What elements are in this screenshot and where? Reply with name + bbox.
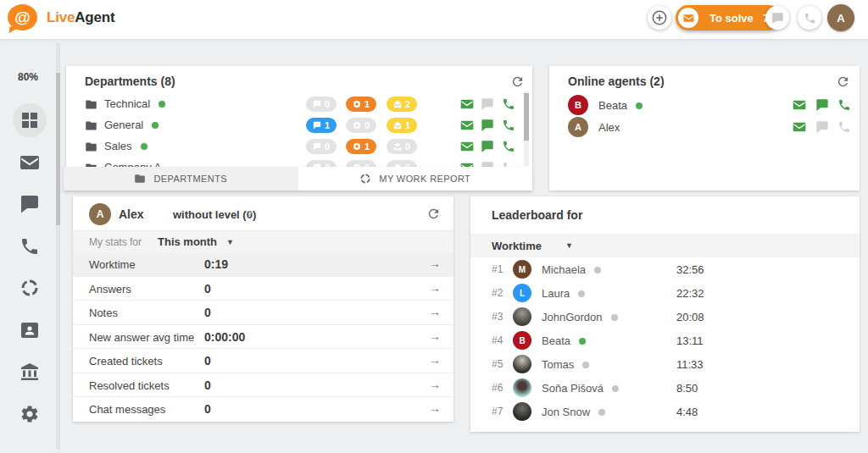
sidebar-item-settings[interactable]	[19, 404, 40, 424]
phone-icon[interactable]	[837, 120, 851, 134]
avatar: B	[568, 95, 588, 115]
stat-row[interactable]: New answer avg time 0:00:00 →	[73, 325, 453, 349]
refresh-button[interactable]	[510, 75, 525, 89]
online-agents-title: Online agents (2)	[568, 75, 665, 88]
folder-icon	[134, 173, 146, 185]
worktime-value: 8:50	[676, 382, 698, 395]
arrow-right-icon[interactable]: →	[429, 329, 441, 343]
add-button[interactable]	[648, 6, 671, 30]
help-icon[interactable]: ?	[246, 208, 252, 221]
liveagent-dashboard: @ LiveAgent To solve 7 A 80%	[0, 0, 868, 453]
offline-dot	[598, 409, 605, 416]
calls-badge: 1	[346, 139, 376, 154]
user-avatar[interactable]: A	[827, 4, 854, 31]
leaderboard-row[interactable]: #1 M Michaela 32:56	[470, 257, 860, 281]
departments-title: Departments (8)	[85, 75, 175, 88]
worktime-value: 4:48	[676, 406, 698, 418]
calls-badge: 0	[346, 160, 376, 167]
arrow-right-icon[interactable]: →	[429, 305, 441, 318]
sidebar-item-calls[interactable]	[19, 236, 40, 257]
sidebar-item-contacts[interactable]	[19, 320, 40, 340]
sidebar-item-billing[interactable]	[19, 362, 40, 382]
departments-scrollbar[interactable]	[524, 91, 529, 166]
arrow-right-icon[interactable]: →	[429, 353, 441, 367]
phone-icon[interactable]	[502, 119, 515, 132]
refresh-button[interactable]	[426, 207, 441, 221]
sidebar-item-chats[interactable]	[19, 194, 40, 214]
department-row[interactable]: Technical 0 1 2	[66, 94, 532, 115]
chevron-down-icon[interactable]: ▼	[226, 238, 234, 246]
phone-icon[interactable]	[502, 161, 515, 167]
chat-icon[interactable]	[481, 140, 494, 153]
ring-icon	[353, 142, 361, 151]
offline-dot	[594, 267, 601, 273]
leaderboard-row[interactable]: #2 L Laura 22:32	[470, 281, 860, 305]
stat-row[interactable]: Resolved tickets 0 →	[73, 373, 453, 397]
chat-icon[interactable]	[481, 97, 494, 111]
calls-button[interactable]	[798, 6, 821, 30]
availability-percent: 80%	[0, 71, 56, 83]
phone-icon[interactable]	[502, 97, 515, 111]
sidebar-item-dashboard[interactable]	[19, 110, 40, 130]
stat-row[interactable]: Notes 0 →	[73, 301, 453, 325]
department-name: General	[104, 119, 159, 131]
arrow-right-icon[interactable]: →	[429, 257, 441, 270]
agent-row[interactable]: A Alex	[549, 117, 860, 139]
departments-panel: Departments (8) Technical 0 1 2 General …	[66, 66, 532, 167]
leaderboard-row[interactable]: #5 Tomas 11:33	[470, 352, 860, 376]
agent-name: Laura	[542, 287, 585, 300]
stat-row[interactable]: Worktime 0:19 →	[73, 252, 453, 277]
mail-icon[interactable]	[793, 98, 806, 112]
sidebar-item-reports[interactable]	[19, 278, 40, 298]
chat-icon[interactable]	[481, 119, 494, 132]
leaderboard-title: Leaderboard for	[492, 208, 582, 222]
chat-icon[interactable]	[481, 161, 494, 167]
page-scrollbar-thumb[interactable]	[56, 73, 60, 225]
departments-scrollbar-thumb[interactable]	[524, 93, 529, 141]
phone-icon[interactable]	[837, 98, 851, 112]
department-name: Technical	[104, 97, 165, 110]
leaderboard-row[interactable]: #4 B Beata 13:11	[470, 329, 860, 352]
department-row[interactable]: General 1 0 1	[66, 115, 532, 136]
stat-label: Worktime	[89, 258, 136, 271]
mail-icon[interactable]	[460, 119, 474, 132]
worktime-value: 13:11	[676, 334, 704, 347]
sidebar-item-tickets[interactable]	[19, 152, 40, 173]
leaderboard-row[interactable]: #7 Jon Snow 4:48	[470, 400, 860, 423]
worktime-value: 32:56	[676, 263, 704, 276]
phone-icon[interactable]	[502, 140, 515, 153]
avatar-photo	[513, 378, 531, 397]
leaderboard-row[interactable]: #3 JohnGordon 20:08	[470, 305, 860, 329]
stats-for-label: My stats for	[89, 236, 142, 248]
tab-my-work-report[interactable]: MY WORK REPORT	[298, 167, 533, 191]
stat-row[interactable]: Answers 0 →	[73, 277, 453, 301]
department-row[interactable]: Sales 0 1 0	[66, 136, 532, 157]
chats-button[interactable]	[765, 6, 789, 30]
mail-icon[interactable]	[460, 161, 474, 167]
leaderboard-row[interactable]: #6 Soňa Pišová 8:50	[470, 376, 860, 400]
mail-icon[interactable]	[793, 120, 806, 134]
offline-dot	[578, 290, 585, 297]
arrow-right-icon[interactable]: →	[429, 281, 441, 295]
avatar-photo	[513, 402, 531, 421]
chat-icon[interactable]	[815, 98, 829, 112]
mails-badge: 2	[387, 97, 417, 112]
tab-departments[interactable]: DEPARTMENTS	[64, 167, 298, 191]
agent-row[interactable]: B Beata	[549, 95, 860, 117]
period-select[interactable]: This month	[158, 235, 217, 248]
department-row[interactable]: Company A 0 0 0	[66, 157, 532, 167]
liveagent-logo[interactable]: @ LiveAgent	[8, 4, 114, 30]
mail-icon[interactable]	[460, 140, 474, 153]
chevron-down-icon[interactable]: ▼	[565, 241, 573, 250]
metric-select[interactable]: Worktime	[492, 240, 542, 252]
arrow-right-icon[interactable]: →	[429, 378, 441, 391]
page-scrollbar[interactable]	[56, 42, 60, 450]
refresh-button[interactable]	[836, 75, 850, 89]
online-dot	[141, 143, 147, 150]
mail-icon[interactable]	[460, 97, 474, 111]
chat-icon[interactable]	[815, 120, 829, 134]
stat-row[interactable]: Chat messages 0 →	[73, 397, 453, 422]
open-mail-icon	[393, 100, 402, 108]
arrow-right-icon[interactable]: →	[429, 401, 441, 415]
stat-row[interactable]: Created tickets 0 →	[73, 349, 453, 373]
